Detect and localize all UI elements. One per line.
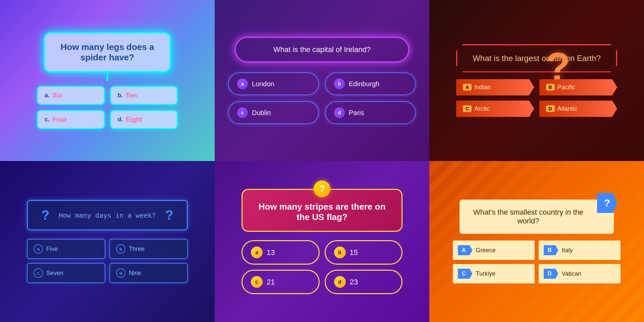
answer-6a-text: Greece xyxy=(476,247,496,254)
answers-grid-5: a 13 b 15 c 21 d 23 xyxy=(241,240,402,294)
answer-6b[interactable]: B Italy xyxy=(539,240,621,260)
answers-grid-1: a. Six b. Ten c. Four d. Eight xyxy=(37,86,178,129)
answer-4c-letter-circle: c xyxy=(34,268,43,278)
answer-2c-letter-circle: c xyxy=(237,107,248,118)
answer-1b-letter: b. xyxy=(118,92,123,99)
answer-6b-letter: B xyxy=(544,245,558,255)
answer-3c-letter: C xyxy=(463,105,472,112)
question-1: How many legs does a spider have? xyxy=(44,32,171,72)
answer-5b-text: 15 xyxy=(350,248,358,257)
answer-1d-letter: d. xyxy=(118,116,123,123)
answer-2a[interactable]: a London xyxy=(228,72,319,95)
answer-1a[interactable]: a. Six xyxy=(37,86,105,105)
question-4-box: ? How many days in a week? ? xyxy=(27,200,188,230)
answer-1c[interactable]: c. Four xyxy=(37,110,105,129)
answer-3d-text: Atlantic xyxy=(557,105,577,112)
answer-6c-text: Turkiye xyxy=(476,270,495,277)
answer-3c[interactable]: C Arctic xyxy=(456,101,534,117)
answer-3a[interactable]: A Indian xyxy=(456,79,534,96)
answers-grid-4: a Five b Three c Seven d Nine xyxy=(27,239,188,283)
answer-2a-text: London xyxy=(252,80,274,88)
question-2: What is the capital of Ireland? xyxy=(235,37,409,62)
answer-3a-letter: A xyxy=(463,84,472,91)
answer-2b-letter: b xyxy=(338,81,341,87)
question-6-wrap: What's the smallest country in the world… xyxy=(460,200,614,234)
answer-3b-text: Pacific xyxy=(557,84,575,91)
answer-2d[interactable]: d Paris xyxy=(325,101,416,124)
question-6: What's the smallest country in the world… xyxy=(460,200,614,234)
answer-6d-text: Vatican xyxy=(562,270,582,277)
panel-2: What is the capital of Ireland? a London… xyxy=(215,0,429,161)
question-1-text: How many legs does a spider have? xyxy=(61,42,154,62)
answer-5b-letter: b xyxy=(338,250,341,256)
answer-5a-letter: a xyxy=(255,250,258,256)
answer-4a-letter-circle: a xyxy=(34,244,43,254)
answer-4b-letter: b xyxy=(119,247,122,252)
answer-1b[interactable]: b. Ten xyxy=(110,86,178,105)
question-mark-icon-4b: ? xyxy=(165,208,173,223)
panel-6: What's the smallest country in the world… xyxy=(429,161,644,322)
answer-5c-letter: c xyxy=(255,279,258,285)
answer-6a-letter: A xyxy=(458,245,473,255)
answer-4d-text: Nine xyxy=(129,270,141,277)
answers-grid-3: A Indian B Pacific C Arctic D Atlantic xyxy=(456,79,617,117)
answers-grid-2: a London b Edinburgh c Dublin d Paris xyxy=(228,72,416,124)
answer-2b[interactable]: b Edinburgh xyxy=(325,72,416,95)
answer-6c[interactable]: C Turkiye xyxy=(453,264,535,283)
answer-6d-letter: D xyxy=(544,269,558,279)
answer-4b-letter-circle: b xyxy=(116,244,125,254)
answer-1a-letter: a. xyxy=(45,92,50,99)
answer-4c[interactable]: c Seven xyxy=(27,263,105,283)
panel-4: ? How many days in a week? ? a Five b Th… xyxy=(0,161,215,322)
answer-5c-text: 21 xyxy=(267,278,275,286)
answer-2b-letter-circle: b xyxy=(334,78,345,89)
answer-4c-text: Seven xyxy=(46,270,63,277)
answer-6d[interactable]: D Vatican xyxy=(539,264,621,283)
panel-1: How many legs does a spider have? a. Six… xyxy=(0,0,215,161)
answer-6a[interactable]: A Greece xyxy=(453,240,535,260)
answer-4d[interactable]: d Nine xyxy=(109,263,188,283)
answer-6c-letter: C xyxy=(458,269,473,279)
answer-3d[interactable]: D Atlantic xyxy=(539,101,618,117)
answer-6b-text: Italy xyxy=(562,247,573,254)
answer-2c-letter: c xyxy=(241,110,244,115)
answer-5d-letter-circle: d xyxy=(334,276,346,288)
answer-4c-letter: c xyxy=(37,271,40,276)
answer-1d-text: Eight xyxy=(126,116,143,123)
question-5-text: How many stripes are there on the US fla… xyxy=(259,202,386,222)
question-mark-icon-4a: ? xyxy=(41,208,49,223)
question-3-text: What is the largest ocean on Earth? xyxy=(473,54,601,63)
answer-5b-letter-circle: b xyxy=(334,247,346,258)
answer-5a[interactable]: a 13 xyxy=(241,240,320,265)
answer-4b[interactable]: b Three xyxy=(109,239,188,259)
answer-1a-text: Six xyxy=(52,92,62,99)
answer-5d-text: 23 xyxy=(350,278,358,286)
panel-3: What is the largest ocean on Earth? ? A … xyxy=(429,0,644,161)
answer-3b-letter: B xyxy=(546,84,555,91)
answer-1d[interactable]: d. Eight xyxy=(110,110,178,129)
answer-2b-text: Edinburgh xyxy=(349,80,379,88)
question-4-text: How many days in a week? xyxy=(59,211,156,219)
answer-5b[interactable]: b 15 xyxy=(325,240,403,265)
question-6-text: What's the smallest country in the world… xyxy=(473,208,583,225)
answer-2a-letter-circle: a xyxy=(237,78,248,89)
panel-5: ? How many stripes are there on the US f… xyxy=(215,161,429,322)
answer-1c-text: Four xyxy=(52,116,67,123)
answer-2d-letter-circle: d xyxy=(334,107,345,118)
answer-4d-letter-circle: d xyxy=(116,268,125,278)
answer-4a[interactable]: a Five xyxy=(27,239,105,259)
answer-5a-text: 13 xyxy=(267,248,275,257)
question-5-wrap: ? How many stripes are there on the US f… xyxy=(241,189,402,232)
answer-2c[interactable]: c Dublin xyxy=(228,101,319,124)
answer-3c-text: Arctic xyxy=(474,105,489,112)
answer-4b-text: Three xyxy=(129,246,145,253)
answer-3d-letter: D xyxy=(546,105,555,112)
answer-4a-letter: a xyxy=(37,247,39,252)
answer-5c-letter-circle: c xyxy=(251,276,263,288)
question-2-text: What is the capital of Ireland? xyxy=(273,45,371,54)
answer-5d[interactable]: d 23 xyxy=(325,270,403,294)
answer-4d-letter: d xyxy=(119,271,122,276)
answer-3b[interactable]: B Pacific xyxy=(539,79,618,96)
answer-5d-letter: d xyxy=(338,279,341,285)
answer-5c[interactable]: c 21 xyxy=(241,270,320,294)
